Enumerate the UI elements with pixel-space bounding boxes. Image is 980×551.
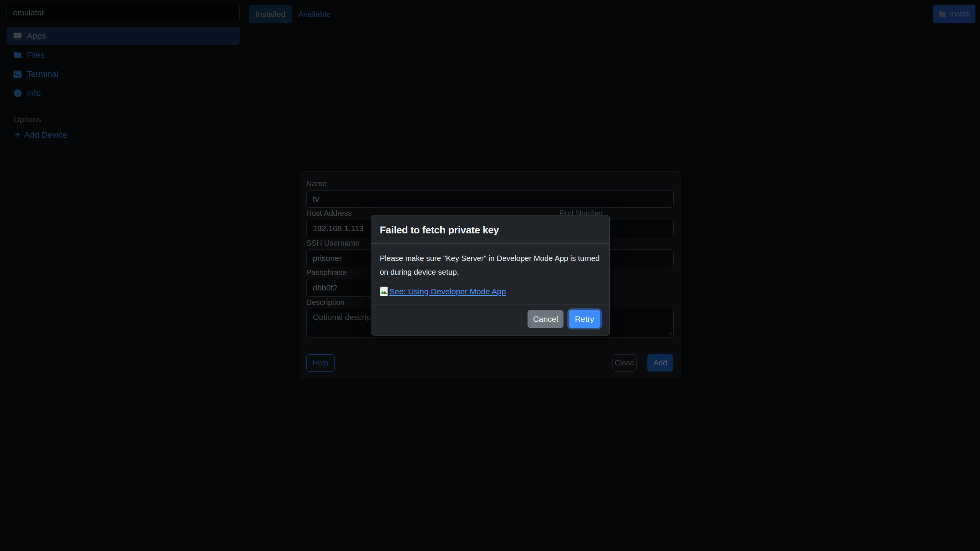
app-window: Apps Files Terminal i [0,0,980,551]
cancel-button[interactable]: Cancel [528,310,563,328]
modal-message: Please make sure "Key Server" in Develop… [380,251,607,279]
modal-header: Failed to fetch private key [371,215,609,244]
broken-image-icon [380,286,388,297]
link-text: See: Using Developer Mode App [389,287,506,296]
developer-mode-doc-link[interactable]: See: Using Developer Mode App [380,286,506,297]
retry-button[interactable]: Retry [569,310,600,328]
modal-title: Failed to fetch private key [380,224,601,236]
error-modal: Failed to fetch private key Please make … [371,215,610,336]
modal-footer: Cancel Retry [371,305,609,335]
modal-body: Please make sure "Key Server" in Develop… [371,244,609,305]
